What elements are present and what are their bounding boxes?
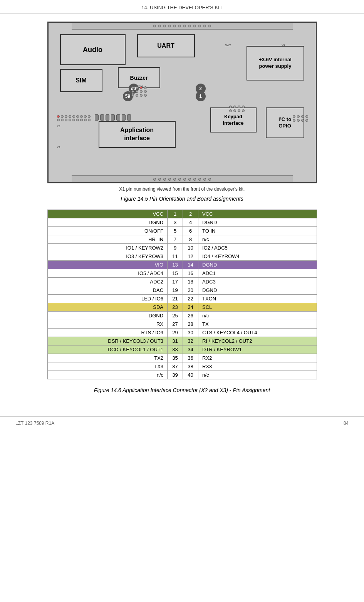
pin-number-right: 38 <box>183 362 198 371</box>
resistor <box>100 114 104 121</box>
pin-number-right: 30 <box>183 329 198 337</box>
pin-hole <box>144 86 147 89</box>
pin-hole <box>88 119 91 121</box>
pin-hole <box>238 109 240 112</box>
table-row: DGND2526n/c <box>47 312 317 320</box>
pin-number-right: 40 <box>183 371 198 379</box>
pin-number-left: 39 <box>168 371 183 379</box>
pin-right-label: RX3 <box>198 362 317 371</box>
app-interface-block: Application interface <box>99 121 176 148</box>
pin-right-label: VCC <box>198 210 317 218</box>
connector-hole <box>193 25 196 27</box>
doc-number: LZT 123 7589 R1A <box>15 421 54 426</box>
pin-hole <box>136 94 138 97</box>
pin-right-label: RX2 <box>198 354 317 362</box>
pin-hole <box>131 90 134 93</box>
pin-hole <box>65 119 67 121</box>
connector-hole <box>198 25 201 27</box>
bottom-connector <box>72 175 293 182</box>
table-row: DSR / KEYCOL3 / OUT33132RI / KEYCOL2 / O… <box>47 337 317 345</box>
pin-number-right: 22 <box>183 295 198 303</box>
pin-left-label: HR_IN <box>47 235 168 244</box>
pin-number-right: 28 <box>183 320 198 329</box>
x2-label: X2 <box>57 125 60 127</box>
connector-hole <box>173 25 176 27</box>
pin-hole <box>69 119 71 121</box>
resistor <box>122 114 126 121</box>
pin-number-left: 13 <box>168 261 183 269</box>
pin-hole <box>140 86 143 89</box>
sim-block: SIM <box>60 69 102 92</box>
pin-hole <box>131 86 134 89</box>
pin-hole <box>61 115 64 118</box>
pin-hole <box>57 115 60 118</box>
pin-number-right: 16 <box>183 269 198 278</box>
pin-number-left: 29 <box>168 329 183 337</box>
pin-number-left: 27 <box>168 320 183 329</box>
pin-number-right: 34 <box>183 345 198 354</box>
pin-hole <box>72 115 75 118</box>
pin-right-label: DTR / KEYROW1 <box>198 345 317 354</box>
pin-hole <box>144 90 147 93</box>
pin-hole <box>84 119 87 121</box>
pin-number-left: 7 <box>168 235 183 244</box>
table-row: ON/OFF56TO IN <box>47 227 317 235</box>
resistors-row <box>95 114 131 121</box>
pin-hole <box>61 119 64 121</box>
pin-number-left: 35 <box>168 354 183 362</box>
pin-number-right: 8 <box>183 235 198 244</box>
connector-hole <box>158 178 161 181</box>
power-supply-block: +3.6V internal power supply <box>247 46 304 80</box>
pin-number-left: 31 <box>168 337 183 345</box>
top-connector <box>72 23 293 30</box>
pin-right-label: RI / KEYCOL2 / OUT2 <box>198 337 317 345</box>
i2c-gpio-block: I²C to GPIO <box>266 107 304 138</box>
connector-hole <box>193 178 196 181</box>
table-row: TX23536RX2 <box>47 354 317 362</box>
figure2-label: Figure 14.6 Application Interface Connec… <box>15 387 349 393</box>
pin-hole <box>65 115 67 118</box>
pin-right-label: IO4 / KEYROW4 <box>198 252 317 261</box>
pin-table-wrapper: VCC12VCCDGND34DGNDON/OFF56TO INHR_IN78n/… <box>47 210 317 379</box>
chapter-title: 14. USING THE DEVELOPER'S KIT <box>141 5 222 10</box>
pin-left-label: SDA <box>47 303 168 312</box>
pin-left-label: LED / IO6 <box>47 295 168 303</box>
pin-hole <box>88 115 91 118</box>
pin-number-right: 6 <box>183 227 198 235</box>
resistor <box>95 114 99 121</box>
pin-hole <box>297 119 300 122</box>
resistor <box>127 114 131 121</box>
pin-number-right: 24 <box>183 303 198 312</box>
pin-left-label: DAC <box>47 286 168 295</box>
pin-hole <box>84 115 87 118</box>
connector-hole <box>188 178 191 181</box>
pin-number-left: 9 <box>168 244 183 252</box>
connector-hole <box>163 178 166 181</box>
pin-number-left: 5 <box>168 227 183 235</box>
pin-hole <box>293 119 295 122</box>
table-row: DAC1920DGND <box>47 286 317 295</box>
connector-hole <box>208 178 211 181</box>
pin-number-right: 18 <box>183 278 198 286</box>
connector-hole <box>173 178 176 181</box>
right-connector-dots <box>229 106 245 112</box>
connector-hole <box>153 178 156 181</box>
main-content: Audio UART +3.6V internal power supply S… <box>0 14 364 409</box>
gpio-pins <box>293 115 308 122</box>
pin-number-right: 10 <box>183 244 198 252</box>
pin-right-label: ADC3 <box>198 278 317 286</box>
pin-number-right: 14 <box>183 261 198 269</box>
resistor <box>111 114 115 121</box>
pin-number-left: 23 <box>168 303 183 312</box>
pin-right-label: ADC1 <box>198 269 317 278</box>
connector-hole <box>168 178 171 181</box>
table-row: RX2728TX <box>47 320 317 329</box>
pin-left-label: RX <box>47 320 168 329</box>
pin-number-right: 32 <box>183 337 198 345</box>
connector-hole <box>163 25 166 27</box>
pin-number-right: 2 <box>183 210 198 218</box>
pin-left-label: IO1 / KEYROW2 <box>47 244 168 252</box>
pin-hole <box>80 115 83 118</box>
pin-hole <box>229 106 232 108</box>
connector-hole <box>203 25 206 27</box>
